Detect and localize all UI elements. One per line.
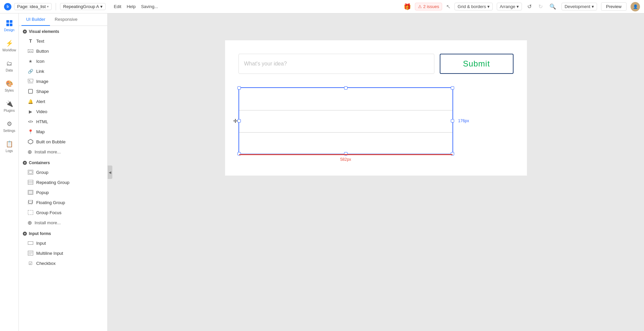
- element-item-built-on-bubble[interactable]: Built on Bubble: [20, 137, 106, 147]
- styles-nav[interactable]: 🎨 Styles: [1, 77, 17, 95]
- cursor-icon[interactable]: ↖: [446, 3, 450, 10]
- grid-chevron-icon: ▾: [487, 4, 490, 9]
- element-item-video[interactable]: ▶ Video: [20, 106, 106, 116]
- help-menu[interactable]: Help: [127, 4, 136, 9]
- settings-nav[interactable]: ⚙ Settings: [1, 117, 17, 136]
- alert-element-icon: 🔔: [28, 98, 34, 104]
- rg-row-1: [239, 110, 452, 110]
- canvas-content: What's your idea? Submit: [108, 13, 644, 331]
- install-more-visual[interactable]: ⊕ Install more...: [20, 147, 106, 157]
- svg-rect-11: [29, 171, 32, 174]
- icon-strip: Design ⚡ Workflow 🗂 Data 🎨 Styles 🔌 Plug…: [0, 13, 19, 331]
- svg-rect-12: [28, 180, 33, 185]
- grid-borders-button[interactable]: Grid & borders ▾: [454, 3, 493, 10]
- element-item-map[interactable]: 📍 Map: [20, 127, 106, 137]
- svg-rect-0: [6, 20, 9, 23]
- collapse-containers-icon: ▾: [23, 161, 27, 165]
- group-focus-icon: [28, 209, 34, 216]
- tab-ui-builder[interactable]: UI Builder: [21, 13, 50, 26]
- issues-button[interactable]: ⚠ 2 issues: [415, 3, 442, 10]
- submit-button[interactable]: Submit: [440, 54, 514, 74]
- tab-responsive[interactable]: Responsive: [50, 13, 82, 26]
- plugins-label: Plugins: [4, 109, 15, 112]
- panel-collapse-handle[interactable]: ◀: [108, 166, 112, 179]
- user-avatar[interactable]: 👤: [631, 2, 640, 11]
- page-label: Page: idea_list: [17, 4, 46, 9]
- element-item-group-focus[interactable]: Group Focus: [20, 207, 106, 218]
- idea-row: What's your idea? Submit: [238, 54, 514, 74]
- styles-icon: 🎨: [5, 80, 13, 88]
- containers-header[interactable]: ▾ Containers: [19, 157, 107, 167]
- element-item-html[interactable]: </> HTML: [20, 116, 106, 127]
- plugins-icon: 🔌: [5, 100, 13, 108]
- preview-button[interactable]: Preview: [601, 2, 627, 11]
- shape-element-icon: [28, 88, 34, 94]
- collapse-visual-icon: ▾: [23, 30, 27, 34]
- data-nav[interactable]: 🗂 Data: [1, 56, 17, 75]
- redo-button[interactable]: ↻: [537, 3, 544, 10]
- panel-tabs: UI Builder Responsive: [19, 13, 107, 26]
- design-label: Design: [4, 28, 14, 32]
- handle-top-center[interactable]: [344, 86, 347, 90]
- plus-icon-visual: ⊕: [28, 149, 32, 155]
- page-selector[interactable]: Page: idea_list ▾: [14, 3, 52, 10]
- visual-elements-header[interactable]: ▾ Visual elements: [19, 26, 107, 36]
- svg-rect-3: [10, 23, 12, 26]
- element-item-floating-group[interactable]: Floating Group: [20, 197, 106, 207]
- undo-button[interactable]: ↺: [526, 3, 533, 10]
- input-forms-header[interactable]: ▾ Input forms: [19, 228, 107, 238]
- element-item-icon[interactable]: ★ Icon: [20, 56, 106, 66]
- edit-menu[interactable]: Edit: [114, 4, 121, 9]
- svg-rect-19: [28, 210, 33, 215]
- idea-input-field[interactable]: What's your idea?: [238, 54, 434, 74]
- handle-middle-left[interactable]: [237, 119, 241, 123]
- element-item-link[interactable]: 🔗 Link: [20, 66, 106, 76]
- containers-label: Containers: [29, 160, 50, 165]
- dev-selector[interactable]: Development ▾: [561, 3, 597, 10]
- topbar-right: 🎁 ⚠ 2 issues ↖ Grid & borders ▾ Arrange …: [404, 2, 640, 11]
- logs-label: Logs: [6, 149, 13, 153]
- repeating-group-container: 176px ✛ 582px: [238, 87, 453, 162]
- svg-rect-16: [29, 191, 33, 194]
- element-item-image[interactable]: Image: [20, 76, 106, 86]
- arrange-button[interactable]: Arrange ▾: [497, 3, 522, 10]
- repeating-group-element[interactable]: 176px ✛: [238, 87, 453, 154]
- issues-count: 2 issues: [423, 4, 439, 9]
- visual-elements-label: Visual elements: [29, 29, 59, 34]
- handle-top-left[interactable]: [237, 86, 241, 90]
- element-selector[interactable]: RepeatingGroup A ▾: [60, 3, 106, 10]
- canvas-page: What's your idea? Submit: [225, 40, 527, 176]
- plugins-nav[interactable]: 🔌 Plugins: [1, 97, 17, 115]
- plus-icon-containers: ⊕: [28, 220, 32, 226]
- handle-middle-right[interactable]: [451, 119, 454, 123]
- element-item-input[interactable]: Input: [20, 238, 106, 248]
- element-item-checkbox[interactable]: ☑ Checkbox: [20, 258, 106, 268]
- topbar-divider: [56, 3, 56, 10]
- element-item-group[interactable]: Group: [20, 167, 106, 177]
- bubble-logo[interactable]: b: [4, 3, 11, 10]
- move-cursor-icon: ✛: [233, 118, 237, 124]
- element-item-multiline-input[interactable]: Multiline Input: [20, 248, 106, 258]
- workflow-nav[interactable]: ⚡ Workflow: [1, 36, 17, 55]
- install-more-containers[interactable]: ⊕ Install more...: [20, 218, 106, 228]
- svg-rect-10: [28, 170, 33, 175]
- element-chevron-icon: ▾: [100, 4, 103, 9]
- handle-top-right[interactable]: [451, 86, 454, 90]
- topbar: b Page: idea_list ▾ RepeatingGroup A ▾ E…: [0, 0, 644, 13]
- search-button[interactable]: 🔍: [548, 3, 557, 10]
- gift-icon[interactable]: 🎁: [404, 3, 411, 10]
- design-nav[interactable]: Design: [1, 16, 17, 35]
- logs-nav[interactable]: 📋 Logs: [1, 137, 17, 156]
- element-item-text[interactable]: T Text: [20, 36, 106, 46]
- element-item-repeating-group[interactable]: Repeating Group: [20, 177, 106, 187]
- element-item-popup[interactable]: Popup: [20, 187, 106, 197]
- design-icon: [5, 19, 13, 27]
- topbar-actions: Edit Help Saving...: [114, 4, 158, 9]
- element-item-shape[interactable]: Shape: [20, 86, 106, 96]
- input-forms-label: Input forms: [29, 231, 51, 236]
- element-item-alert[interactable]: 🔔 Alert: [20, 96, 106, 106]
- svg-rect-1: [10, 20, 12, 23]
- element-item-button[interactable]: BTN Button: [20, 46, 106, 56]
- canvas-area[interactable]: ◀ What's your idea? Submit: [108, 13, 644, 331]
- rg-row-2: [239, 132, 452, 133]
